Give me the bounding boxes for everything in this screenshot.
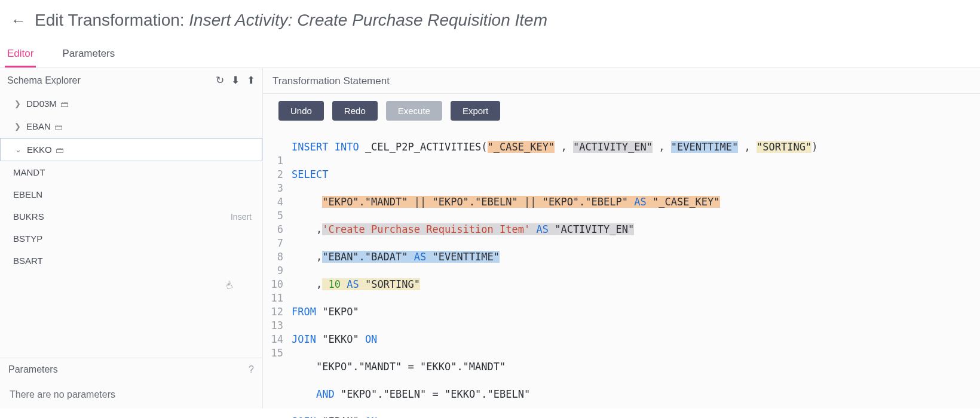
code-editor[interactable]: 123456789101112131415 INSERT INTO _CEL_P… <box>263 127 980 418</box>
column-label: BSTYP <box>13 233 42 244</box>
left-sidebar: Schema Explorer ↻ ⬇︎ ⬆︎ ❯ DD03M 🗃︎ ❯ EBA… <box>0 68 263 408</box>
execute-button: Execute <box>386 101 442 121</box>
editor-title: Transformation Statement <box>263 68 980 94</box>
expand-all-icon[interactable]: ⬆︎ <box>247 74 255 87</box>
column-label: MANDT <box>13 167 45 177</box>
parameters-empty-text: There are no parameters <box>0 381 262 408</box>
code-token: _CEL_P2P_ACTIVITIES <box>365 141 481 153</box>
tab-parameters[interactable]: Parameters <box>60 42 117 67</box>
undo-button[interactable]: Undo <box>278 101 324 121</box>
code-token: "EKKO"."MANDT" <box>420 361 506 373</box>
table-node-ekko[interactable]: ⌄ EKKO 🗃︎ <box>0 138 262 161</box>
column-bukrs[interactable]: BUKRS Insert <box>0 205 262 228</box>
column-ebeln[interactable]: EBELN <box>0 183 262 205</box>
tab-editor[interactable]: Editor <box>5 42 36 67</box>
column-bsart[interactable]: BSART <box>0 250 262 272</box>
line-gutter: 123456789101112131415 <box>263 127 292 418</box>
code-token: "EVENTTIME" <box>432 251 500 263</box>
redo-button[interactable]: Redo <box>332 101 378 121</box>
table-node-dd03m[interactable]: ❯ DD03M 🗃︎ <box>0 93 262 115</box>
code-token: "SORTING" <box>365 278 420 290</box>
schema-explorer-title: Schema Explorer <box>7 75 81 86</box>
table-icon: 🗃︎ <box>54 122 63 131</box>
help-icon[interactable]: ? <box>249 364 254 375</box>
table-label: EBAN <box>26 121 51 131</box>
chevron-down-icon: ⌄ <box>15 145 23 154</box>
page-header: ← Edit Transformation: Insert Activity: … <box>0 0 980 37</box>
table-icon: 🗃︎ <box>56 145 64 155</box>
export-button[interactable]: Export <box>451 101 500 121</box>
code-token: 'Create Purchase Requisition Item' <box>322 223 530 235</box>
history-icon[interactable]: ↻ <box>216 74 224 87</box>
schema-explorer-header: Schema Explorer ↻ ⬇︎ ⬆︎ <box>0 68 262 93</box>
page-title-italic: Insert Activity: Create Purchase Requisi… <box>189 11 547 29</box>
code-token: "EKKO"."EBELN" <box>445 388 530 400</box>
code-token: "ACTIVITY_EN" <box>555 223 634 235</box>
column-mandt[interactable]: MANDT <box>0 161 262 183</box>
column-label: EBELN <box>13 189 42 199</box>
code-token: "EKKO" <box>322 333 359 345</box>
parameters-panel-title: Parameters <box>8 364 58 375</box>
code-token: "_CASE_KEY" <box>653 196 720 208</box>
code-token: "EKPO"."EBELP" <box>543 196 628 208</box>
column-bstyp[interactable]: BSTYP <box>0 228 262 250</box>
page-title: Edit Transformation: Insert Activity: Cr… <box>35 11 547 30</box>
table-label: EKKO <box>27 145 52 155</box>
main-tabs: Editor Parameters <box>0 37 980 68</box>
code-token: "EKPO"."EBELN" <box>341 388 426 400</box>
code-token: "EKPO" <box>322 306 359 318</box>
code-token: "SORTING" <box>757 141 811 153</box>
chevron-right-icon: ❯ <box>14 122 23 131</box>
insert-column-link[interactable]: Insert <box>231 212 252 222</box>
code-token: "EVENTTIME" <box>671 141 739 153</box>
code-token: "ACTIVITY_EN" <box>573 141 653 153</box>
code-token: "EKPO"."MANDT" <box>316 361 402 373</box>
code-token: "EKPO"."EBELN" <box>432 196 517 208</box>
collapse-all-icon[interactable]: ⬇︎ <box>231 74 240 87</box>
editor-toolbar: Undo Redo Execute Export <box>263 94 980 127</box>
editor-panel: Transformation Statement Undo Redo Execu… <box>263 68 980 408</box>
chevron-right-icon: ❯ <box>14 99 23 108</box>
column-label: BSART <box>13 256 43 266</box>
column-label: BUKRS <box>13 211 44 222</box>
code-token: 10 <box>328 278 340 290</box>
schema-tree: ❯ DD03M 🗃︎ ❯ EBAN 🗃︎ ⌄ EKKO 🗃︎ MANDT EBE… <box>0 93 262 358</box>
code-token: "EKPO"."MANDT" <box>322 196 408 208</box>
code-token: "_CASE_KEY" <box>488 141 555 153</box>
parameters-panel-header: Parameters ? <box>0 358 262 381</box>
table-node-eban[interactable]: ❯ EBAN 🗃︎ <box>0 115 262 138</box>
back-arrow-icon[interactable]: ← <box>11 11 26 30</box>
schema-explorer-tools: ↻ ⬇︎ ⬆︎ <box>216 74 255 87</box>
page-title-prefix: Edit Transformation: <box>35 11 189 29</box>
table-label: DD03M <box>26 99 57 109</box>
code-token: "EBAN"."BADAT" <box>322 251 408 263</box>
code-lines[interactable]: INSERT INTO _CEL_P2P_ACTIVITIES("_CASE_K… <box>292 127 980 418</box>
table-icon: 🗃︎ <box>60 99 69 109</box>
workspace: Schema Explorer ↻ ⬇︎ ⬆︎ ❯ DD03M 🗃︎ ❯ EBA… <box>0 68 980 408</box>
code-token: "EBAN" <box>322 416 359 418</box>
